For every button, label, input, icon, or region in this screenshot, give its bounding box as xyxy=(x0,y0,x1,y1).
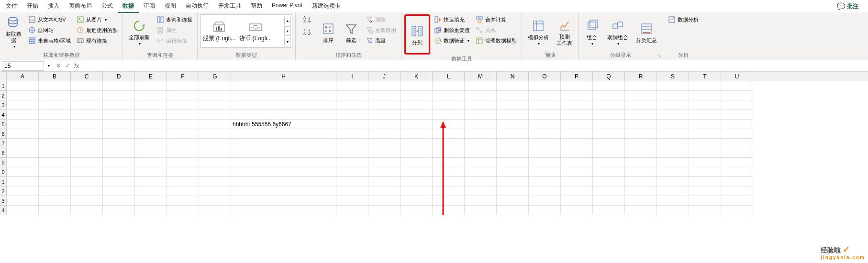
cell[interactable] xyxy=(529,196,561,206)
cell[interactable] xyxy=(135,91,167,100)
cell[interactable] xyxy=(529,139,561,148)
cell[interactable] xyxy=(561,120,593,129)
cell[interactable] xyxy=(167,196,199,206)
cell[interactable] xyxy=(497,91,529,100)
cell[interactable] xyxy=(103,129,135,139)
menu-review[interactable]: 审阅 xyxy=(139,0,160,13)
cell[interactable] xyxy=(39,129,71,139)
cell[interactable] xyxy=(529,177,561,186)
cell[interactable] xyxy=(135,139,167,148)
cell[interactable] xyxy=(593,158,625,167)
advanced-filter-button[interactable]: + 高级 xyxy=(364,35,398,46)
cell[interactable] xyxy=(39,177,71,186)
cell[interactable] xyxy=(231,81,336,91)
cell[interactable] xyxy=(336,167,368,177)
col-header[interactable]: B xyxy=(39,72,71,81)
cell[interactable] xyxy=(71,129,103,139)
cell[interactable] xyxy=(71,100,103,110)
get-data-button[interactable]: 获取数 据 ▾ xyxy=(3,14,24,50)
cell[interactable] xyxy=(7,129,39,139)
cell[interactable] xyxy=(433,158,465,167)
cell[interactable] xyxy=(71,196,103,206)
cell[interactable] xyxy=(167,167,199,177)
cell[interactable] xyxy=(657,81,689,91)
cell[interactable] xyxy=(529,120,561,129)
cell[interactable] xyxy=(401,206,433,215)
cell[interactable] xyxy=(497,186,529,196)
cell[interactable] xyxy=(135,110,167,120)
cell[interactable] xyxy=(657,206,689,215)
stocks-type-button[interactable]: 股票 (Engli... xyxy=(203,20,235,43)
cell[interactable] xyxy=(167,120,199,129)
cell[interactable] xyxy=(561,91,593,100)
cell[interactable] xyxy=(625,110,657,120)
forecast-sheet-button[interactable]: 预测 工作表 xyxy=(554,14,575,50)
cell[interactable] xyxy=(657,120,689,129)
text-to-columns-button[interactable]: 分列 xyxy=(407,17,428,52)
cell[interactable] xyxy=(433,148,465,158)
cell[interactable] xyxy=(368,110,401,120)
cell[interactable] xyxy=(593,139,625,148)
col-header[interactable]: R xyxy=(625,72,657,81)
cell[interactable] xyxy=(199,206,231,215)
cell[interactable] xyxy=(167,158,199,167)
col-header[interactable]: N xyxy=(497,72,529,81)
cell[interactable] xyxy=(231,186,336,196)
cell[interactable] xyxy=(465,129,497,139)
cell[interactable] xyxy=(167,139,199,148)
cell[interactable] xyxy=(401,158,433,167)
col-header[interactable]: C xyxy=(71,72,103,81)
flash-fill-button[interactable]: 快速填充 xyxy=(432,14,472,25)
cell[interactable] xyxy=(199,91,231,100)
cell[interactable] xyxy=(336,206,368,215)
cell[interactable] xyxy=(401,100,433,110)
cell[interactable] xyxy=(561,196,593,206)
cell[interactable] xyxy=(465,206,497,215)
cell[interactable] xyxy=(689,100,721,110)
cell[interactable] xyxy=(368,129,401,139)
cell[interactable] xyxy=(39,110,71,120)
queries-conn-button[interactable]: 查询和连接 xyxy=(155,14,194,25)
cell[interactable] xyxy=(497,158,529,167)
select-all-corner[interactable] xyxy=(0,72,7,81)
cell[interactable] xyxy=(167,186,199,196)
row-header[interactable]: 9 xyxy=(0,158,7,167)
cell[interactable] xyxy=(433,91,465,100)
cell[interactable] xyxy=(135,196,167,206)
cell[interactable] xyxy=(465,186,497,196)
cell[interactable] xyxy=(7,158,39,167)
cell[interactable] xyxy=(231,206,336,215)
cell[interactable] xyxy=(529,100,561,110)
cell[interactable] xyxy=(167,110,199,120)
gallery-down-button[interactable]: ▾ xyxy=(284,26,291,36)
cell[interactable] xyxy=(368,186,401,196)
cell[interactable] xyxy=(199,167,231,177)
cell[interactable] xyxy=(231,167,336,177)
cell[interactable] xyxy=(7,139,39,148)
comments-button[interactable]: 💬 批注 xyxy=(833,1,862,11)
cell[interactable] xyxy=(465,196,497,206)
from-csv-button[interactable]: csv 从文本/CSV xyxy=(26,14,73,25)
menu-data[interactable]: 数据 xyxy=(118,0,139,13)
menu-view[interactable]: 视图 xyxy=(160,0,181,13)
cell[interactable] xyxy=(39,206,71,215)
cell[interactable] xyxy=(689,129,721,139)
cell[interactable] xyxy=(71,120,103,129)
cell[interactable] xyxy=(39,120,71,129)
cell[interactable] xyxy=(7,120,39,129)
gallery-more-button[interactable]: ▾ xyxy=(284,37,291,46)
cell[interactable] xyxy=(167,81,199,91)
cell[interactable] xyxy=(71,167,103,177)
cell[interactable] xyxy=(497,100,529,110)
cell[interactable] xyxy=(103,177,135,186)
cell[interactable] xyxy=(657,91,689,100)
cell[interactable] xyxy=(103,167,135,177)
cell[interactable] xyxy=(561,81,593,91)
cell[interactable] xyxy=(199,129,231,139)
cell[interactable] xyxy=(497,110,529,120)
cell[interactable] xyxy=(721,206,753,215)
cell[interactable] xyxy=(529,81,561,91)
cell[interactable] xyxy=(657,186,689,196)
cell[interactable] xyxy=(401,186,433,196)
cell[interactable] xyxy=(401,120,433,129)
